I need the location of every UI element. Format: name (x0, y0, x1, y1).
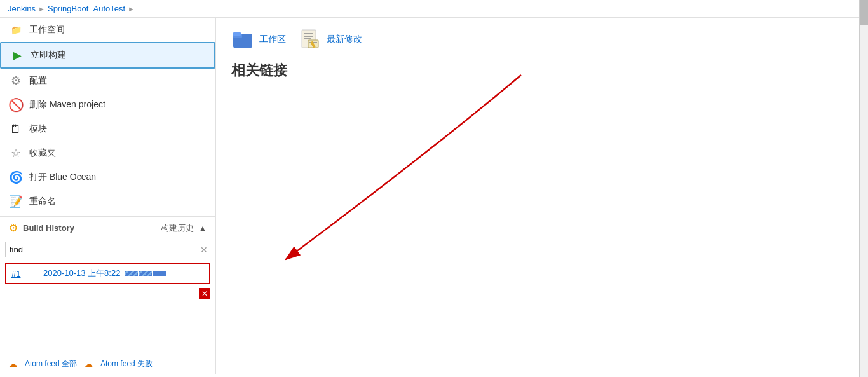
content-top-icons: 工作区 最新修改 (231, 28, 853, 51)
delete-icon: 🚫 (9, 98, 23, 112)
build-search-container: ✕ (5, 242, 210, 257)
atom-feed-all-icon: ☁ (9, 359, 17, 369)
scrollbar[interactable] (859, 0, 868, 374)
sidebar-item-workspace[interactable]: 📁 工作空间 (0, 18, 215, 42)
build-history-gear-icon: ⚙ (9, 222, 18, 234)
latest-changes-label: 最新修改 (327, 34, 362, 45)
sidebar-item-label-build-now: 立即构建 (31, 50, 66, 61)
svg-rect-2 (233, 32, 241, 36)
content-link-latest-changes[interactable]: 最新修改 (299, 28, 362, 51)
atom-feeds: ☁ Atom feed 全部 ☁ Atom feed 失败 (0, 353, 215, 374)
build-delete-area: ✕ (0, 287, 215, 302)
build-item[interactable]: #1 2020-10-13 上午8:22 (5, 263, 210, 284)
section-title: 相关链接 (231, 61, 853, 80)
star-icon: ☆ (9, 146, 23, 160)
arrow-annotation (343, 69, 566, 259)
sidebar-item-favorites[interactable]: ☆ 收藏夹 (0, 141, 215, 165)
build-delete-button[interactable]: ✕ (199, 288, 210, 299)
progress-block-3 (153, 271, 166, 276)
sidebar-item-label-blue-ocean: 打开 Blue Ocean (29, 172, 96, 183)
content-link-workspace[interactable]: 工作区 (231, 28, 286, 51)
atom-feed-all-link[interactable]: Atom feed 全部 (25, 359, 77, 369)
sidebar-item-label-rename: 重命名 (29, 196, 56, 207)
atom-feed-fail-icon: ☁ (85, 359, 93, 369)
build-item-num[interactable]: #1 (11, 269, 31, 278)
breadcrumb-project[interactable]: SpringBoot_AutoTest (48, 4, 125, 13)
sidebar: 📁 工作空间 ▶ 立即构建 ⚙ 配置 🚫 删除 Maven project 🗒 … (0, 18, 216, 374)
sidebar-item-modules[interactable]: 🗒 模块 (0, 117, 215, 141)
sidebar-item-label-config: 配置 (29, 75, 47, 86)
sidebar-item-label-delete: 删除 Maven project (29, 99, 105, 111)
build-search-input[interactable] (5, 242, 210, 257)
breadcrumb: Jenkins ► SpringBoot_AutoTest ► (0, 0, 868, 18)
build-history-title: Build History (23, 223, 156, 233)
workspace-folder-icon (231, 28, 254, 51)
sidebar-item-build-now[interactable]: ▶ 立即构建 (0, 42, 215, 69)
progress-block-2 (139, 271, 152, 276)
build-history-cn: 构建历史 (161, 223, 194, 234)
build-item-date: 2020-10-13 上午8:22 (43, 268, 120, 279)
breadcrumb-sep-2: ► (128, 5, 135, 13)
sidebar-item-rename[interactable]: 📝 重命名 (0, 189, 215, 214)
gear-icon: ⚙ (9, 74, 23, 88)
chevron-up-icon[interactable]: ▲ (199, 224, 207, 233)
breadcrumb-sep-1: ► (38, 5, 45, 13)
workspace-label: 工作区 (259, 34, 286, 45)
modules-icon: 🗒 (9, 122, 23, 136)
sidebar-item-label-workspace: 工作空间 (29, 24, 65, 36)
build-history-header: ⚙ Build History 构建历史 ▲ (0, 216, 215, 239)
latest-changes-icon (299, 28, 322, 51)
build-item-progress (125, 271, 166, 276)
sidebar-item-config[interactable]: ⚙ 配置 (0, 69, 215, 93)
blue-ocean-icon: 🌀 (9, 170, 23, 184)
rename-icon: 📝 (9, 195, 23, 209)
sidebar-item-blue-ocean[interactable]: 🌀 打开 Blue Ocean (0, 165, 215, 189)
sidebar-item-label-favorites: 收藏夹 (29, 147, 56, 159)
build-now-icon: ▶ (10, 48, 24, 62)
progress-block-1 (125, 271, 138, 276)
sidebar-item-label-modules: 模块 (29, 123, 47, 135)
sidebar-item-delete-maven[interactable]: 🚫 删除 Maven project (0, 93, 215, 117)
atom-feed-fail-link[interactable]: Atom feed 失败 (100, 359, 153, 369)
build-search-clear-button[interactable]: ✕ (200, 245, 208, 255)
content-area: 工作区 最新修改 相关链 (216, 18, 868, 374)
breadcrumb-jenkins[interactable]: Jenkins (8, 4, 36, 13)
folder-icon: 📁 (9, 23, 23, 37)
scrollbar-thumb[interactable] (860, 0, 868, 25)
